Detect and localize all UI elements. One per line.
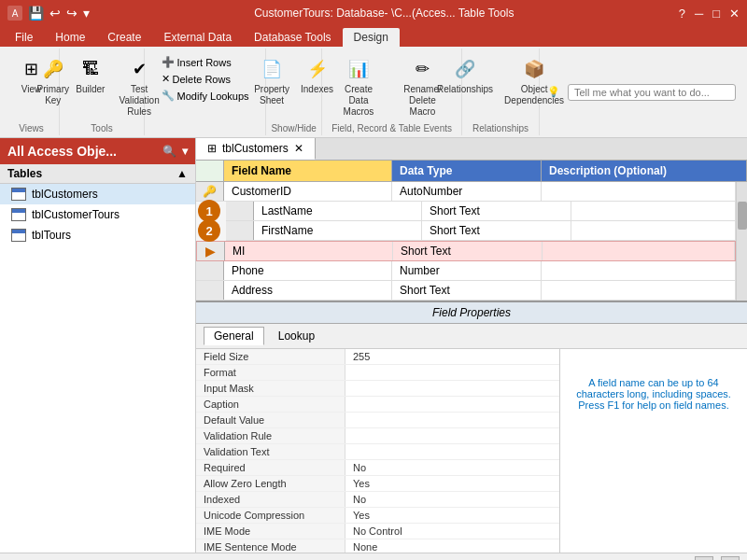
- prop-value-validationtext[interactable]: [345, 444, 559, 459]
- insert-rows-label: Insert Rows: [177, 57, 232, 68]
- key-icon: 🔑: [40, 56, 66, 82]
- prop-value-unicodecompression[interactable]: Yes: [345, 508, 559, 523]
- indicator-mi: ▶: [197, 242, 225, 260]
- tab-close-icon[interactable]: ✕: [294, 142, 303, 155]
- tab-design[interactable]: Design: [343, 28, 400, 47]
- create-data-macros-button[interactable]: 📊 Create DataMacros: [330, 54, 388, 119]
- prop-value-imemode[interactable]: No Control: [345, 524, 559, 539]
- tab-external-data[interactable]: External Data: [152, 28, 243, 47]
- sidebar-collapse-icon[interactable]: ▲: [176, 167, 188, 180]
- table-scrollbar-thumb: [738, 202, 747, 230]
- table-scrollbar[interactable]: [736, 182, 747, 301]
- desc-mi: [543, 242, 735, 260]
- builder-label: Builder: [76, 84, 105, 95]
- prop-value-defaultvalue[interactable]: [345, 413, 559, 427]
- qat-dropdown-button[interactable]: ▾: [83, 6, 90, 21]
- sidebar-item-label-tblcustomertours: tblCustomerTours: [32, 208, 120, 221]
- status-design-icon[interactable]: ✏: [721, 556, 740, 561]
- delete-rows-label: Delete Rows: [173, 74, 231, 85]
- tab-home[interactable]: Home: [44, 28, 96, 47]
- prop-value-indexed[interactable]: No: [345, 492, 559, 507]
- th-row-indicator: [196, 161, 224, 181]
- tab-file[interactable]: File: [4, 28, 44, 47]
- prop-value-caption[interactable]: [345, 397, 559, 412]
- ribbon-group-tools: 🔑 PrimaryKey 🏗 Builder ✔ Test Validation…: [60, 49, 145, 135]
- close-button[interactable]: ✕: [729, 7, 740, 21]
- sidebar: All Access Obje... 🔍 ▾ Tables ▲ tblCusto…: [0, 138, 196, 553]
- property-sheet-button[interactable]: 📄 PropertySheet: [250, 54, 293, 108]
- content-area: ⊞ tblCustomers ✕ Field Name Data Type De…: [196, 138, 747, 553]
- prop-row-fieldsize: Field Size 255: [196, 349, 559, 365]
- prop-value-fieldsize[interactable]: 255: [345, 349, 559, 364]
- sidebar-item-tblcustomertours[interactable]: tblCustomerTours: [0, 204, 195, 225]
- prop-row-inputmask: Input Mask: [196, 381, 559, 397]
- sidebar-item-tbltours[interactable]: tblTours: [0, 225, 195, 245]
- sidebar-menu-icon[interactable]: ▾: [182, 145, 188, 158]
- table-row-customerid[interactable]: 🔑 CustomerID AutoNumber: [196, 182, 736, 202]
- sidebar-section-label: Tables: [7, 167, 42, 180]
- fieldname-phone: Phone: [224, 261, 392, 280]
- prop-value-format[interactable]: [345, 365, 559, 380]
- title-bar-right: ? ─ □ ✕: [679, 7, 740, 21]
- props-tab-lookup[interactable]: Lookup: [268, 327, 325, 345]
- app-icon: A: [7, 6, 22, 21]
- prop-label-inputmask: Input Mask: [196, 381, 345, 396]
- sidebar-search-icon[interactable]: 🔍: [162, 145, 176, 158]
- fieldname-mi: MI: [225, 242, 393, 260]
- prop-row-caption: Caption: [196, 397, 559, 413]
- redo-qat-button[interactable]: ↪: [66, 6, 78, 21]
- table-header-row: Field Name Data Type Description (Option…: [196, 161, 747, 182]
- title-bar-left: A 💾 ↩ ↪ ▾: [7, 6, 90, 21]
- prop-row-unicodecompression: Unicode Compression Yes: [196, 508, 559, 524]
- create-data-macros-label: Create DataMacros: [333, 84, 384, 118]
- primary-key-button[interactable]: 🔑 PrimaryKey: [36, 54, 70, 108]
- insert-rows-button[interactable]: ➕ Insert Rows: [158, 54, 253, 70]
- datatype-lastname: Short Text: [422, 202, 571, 220]
- relationships-button[interactable]: 🔗 Relationships: [433, 54, 497, 97]
- table-row-phone[interactable]: Phone Number: [196, 261, 736, 281]
- prop-value-validationrule[interactable]: [345, 428, 559, 443]
- prop-value-imesentencemode[interactable]: None: [345, 539, 559, 553]
- prop-label-imesentencemode: IME Sentence Mode: [196, 539, 345, 553]
- undo-qat-button[interactable]: ↩: [49, 6, 61, 21]
- prop-value-allowzerolength[interactable]: Yes: [345, 476, 559, 491]
- props-tab-general[interactable]: General: [204, 327, 264, 345]
- delete-rows-button[interactable]: ✕ Delete Rows: [158, 71, 253, 87]
- tab-tblcustomers[interactable]: ⊞ tblCustomers ✕: [196, 138, 316, 160]
- desc-lastname: [571, 202, 736, 220]
- tab-database-tools[interactable]: Database Tools: [243, 28, 343, 47]
- table-row-address[interactable]: Address Short Text: [196, 281, 736, 301]
- builder-icon: 🏗: [78, 56, 104, 82]
- tab-create[interactable]: Create: [96, 28, 152, 47]
- table-row-mi[interactable]: ▶ MI Short Text: [196, 241, 736, 261]
- prop-value-inputmask[interactable]: [345, 381, 559, 396]
- ribbon-group-relationships: 🔗 Relationships 📦 ObjectDependencies Rel…: [462, 49, 540, 135]
- sidebar-header-icons: 🔍 ▾: [162, 145, 188, 158]
- ribbon-tabs: File Home Create External Data Database …: [0, 26, 747, 47]
- prop-label-validationrule: Validation Rule: [196, 428, 345, 443]
- table-row-lastname[interactable]: 1 LastName Short Text: [226, 202, 736, 221]
- prop-row-allowzerolength: Allow Zero Length Yes: [196, 476, 559, 492]
- status-layout-icon[interactable]: ⊞: [695, 556, 713, 561]
- field-properties-header: Field Properties: [196, 301, 747, 324]
- modify-lookups-button[interactable]: 🔧 Modify Lookups: [158, 88, 253, 104]
- badge-2: 2: [198, 219, 220, 242]
- minimize-button[interactable]: ─: [695, 7, 703, 21]
- table-row-firstname[interactable]: 2 FirstName Short Text: [226, 221, 736, 241]
- fieldname-customerid: CustomerID: [224, 182, 392, 201]
- th-field-name: Field Name: [224, 161, 392, 181]
- help-search-input[interactable]: [568, 84, 736, 101]
- prop-value-required[interactable]: No: [345, 460, 559, 475]
- prop-row-validationtext: Validation Text: [196, 444, 559, 460]
- field-events-group-label: Field, Record & Table Events: [331, 121, 452, 133]
- sidebar-item-tblcustomers[interactable]: tblCustomers: [0, 184, 195, 204]
- prop-label-indexed: Indexed: [196, 492, 345, 507]
- relationships-label: Relationships: [437, 84, 493, 95]
- help-button[interactable]: ?: [679, 7, 685, 21]
- builder-button[interactable]: 🏗 Builder: [74, 54, 107, 97]
- status-bar: Design view. F6 = Switch panes. F1 = Hel…: [0, 553, 747, 560]
- modify-lookups-icon: 🔧: [162, 90, 175, 102]
- save-qat-button[interactable]: 💾: [28, 6, 44, 21]
- maximize-button[interactable]: □: [712, 7, 720, 21]
- desc-customerid: [542, 182, 736, 201]
